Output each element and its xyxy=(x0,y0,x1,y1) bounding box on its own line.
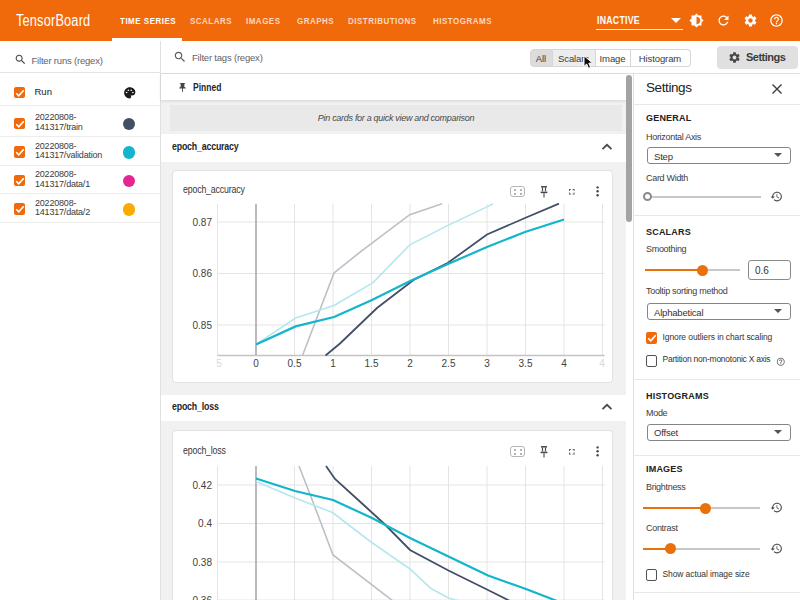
svg-text:1.5: 1.5 xyxy=(365,358,379,369)
svg-text:0.85: 0.85 xyxy=(193,320,213,331)
svg-text:0.4: 0.4 xyxy=(198,518,212,529)
svg-text:0: 0 xyxy=(253,358,259,369)
svg-text:0.87: 0.87 xyxy=(193,217,213,228)
svg-text:3: 3 xyxy=(484,358,490,369)
svg-text:0.86: 0.86 xyxy=(193,268,213,279)
svg-text:2.5: 2.5 xyxy=(442,358,456,369)
svg-text:1: 1 xyxy=(330,358,336,369)
svg-text:4: 4 xyxy=(599,358,605,369)
svg-text:0.38: 0.38 xyxy=(193,557,213,568)
svg-text:5: 5 xyxy=(216,358,222,369)
svg-text:0.36: 0.36 xyxy=(193,595,213,600)
svg-text:0.5: 0.5 xyxy=(288,358,302,369)
svg-text:4: 4 xyxy=(561,358,567,369)
svg-text:0.42: 0.42 xyxy=(193,480,213,491)
svg-text:2: 2 xyxy=(407,358,413,369)
svg-text:3.5: 3.5 xyxy=(519,358,533,369)
